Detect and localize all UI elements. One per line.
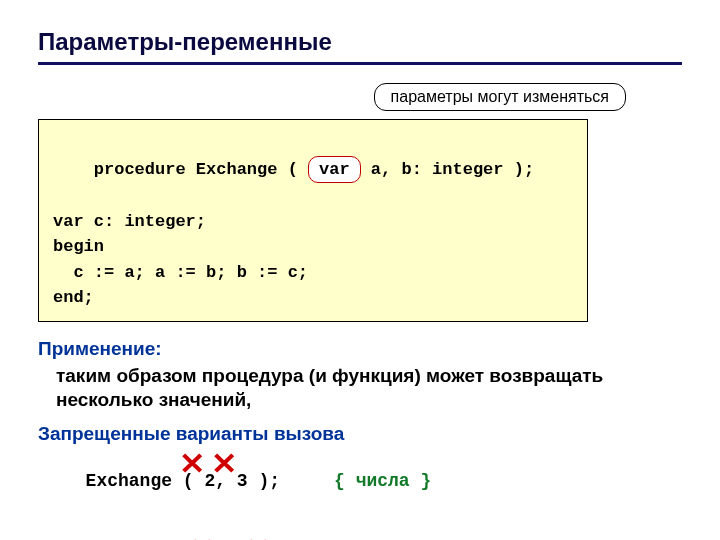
code-text: procedure Exchange ( <box>94 160 308 179</box>
code-line-3: begin <box>53 234 573 260</box>
code-line-1: procedure Exchange ( var a, b: integer )… <box>53 130 573 209</box>
code-line-2: var c: integer; <box>53 209 573 235</box>
var-keyword-pill: var <box>308 156 361 184</box>
forbidden-heading: Запрещенные варианты вызова <box>38 423 682 445</box>
code-comment: { числа } <box>334 471 431 491</box>
cross-icon: ✕ <box>245 531 271 540</box>
code-text: Exchange ( 2, 3 ); <box>86 471 334 491</box>
code-text: a, b: integer ); <box>361 160 534 179</box>
callout-bubble: параметры могут изменяться <box>374 83 626 111</box>
page-title: Параметры-переменные <box>38 28 682 62</box>
application-heading: Применение: <box>38 338 682 360</box>
code-box: procedure Exchange ( var a, b: integer )… <box>38 119 588 322</box>
title-block: Параметры-переменные <box>38 28 682 65</box>
code-line-5: end; <box>53 285 573 311</box>
code-line-4: c := a; a := b; b := c; <box>53 260 573 286</box>
cross-icon: ✕ <box>189 531 215 540</box>
application-text: таким образом процедура (и функция) може… <box>56 364 616 413</box>
callout-row: параметры могут изменяться <box>38 83 626 111</box>
forbidden-example-1: Exchange ( 2, 3 ); { числа } ✕ ✕ <box>64 451 682 531</box>
title-rule <box>38 62 682 65</box>
